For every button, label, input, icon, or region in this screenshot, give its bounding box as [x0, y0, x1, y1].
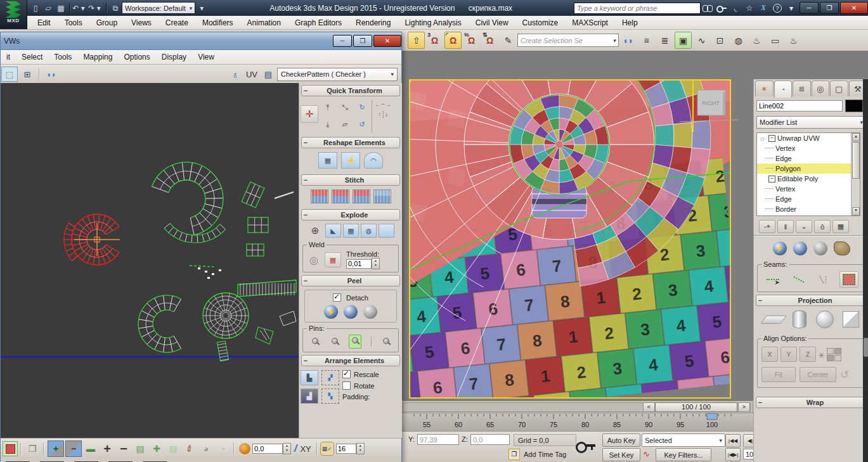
- peel-mode-icon[interactable]: [344, 305, 358, 319]
- render-setup-icon[interactable]: ♨: [748, 32, 765, 49]
- paint-brush-falloff-icon[interactable]: ◔: [215, 441, 230, 456]
- edge-limit-spinner[interactable]: ▲▼: [356, 443, 365, 454]
- uvw-menu-select[interactable]: Select: [16, 53, 48, 61]
- schematic-view-icon[interactable]: ⊡: [711, 32, 729, 49]
- flatten-by-group-icon[interactable]: ◣: [325, 224, 341, 238]
- falloff-linear-icon[interactable]: /: [294, 443, 297, 454]
- add-time-tag-label[interactable]: Add Time Tag: [524, 451, 566, 458]
- peel-mode-icon[interactable]: [793, 241, 807, 255]
- quick-peel-icon[interactable]: ⚡: [324, 305, 338, 319]
- reshape-elements-header[interactable]: −Reshape Elements: [301, 137, 400, 148]
- target-weld-icon[interactable]: ◎: [306, 252, 322, 267]
- menu-item-edit[interactable]: Edit: [30, 18, 58, 27]
- menu-item-modifiers[interactable]: Modifiers: [195, 18, 240, 27]
- tab-hierarchy[interactable]: ⧈: [793, 80, 811, 96]
- uvw-minimize-button[interactable]: ─: [333, 35, 352, 47]
- move-selected-icon[interactable]: ⊞: [19, 67, 36, 82]
- time-tag-icon[interactable]: ❒: [508, 449, 520, 460]
- communication-center-icon[interactable]: ◟: [729, 3, 742, 14]
- scroll-down-icon[interactable]: ▼: [852, 207, 860, 215]
- freeform-mode-icon[interactable]: ⬚: [1, 67, 18, 82]
- stack-row-edge[interactable]: Edge: [757, 194, 860, 204]
- planar-map-icon[interactable]: [760, 316, 787, 324]
- menu-item-maxscript[interactable]: MAXScript: [565, 18, 615, 27]
- workspace-dropdown[interactable]: Workspace: Default ▾: [122, 2, 195, 14]
- align-element-icon[interactable]: ▱: [337, 116, 353, 132]
- shrink-selection-icon[interactable]: −: [65, 440, 82, 457]
- stitch-target-icon[interactable]: [373, 189, 391, 203]
- material-editor-icon[interactable]: ◍: [730, 32, 747, 49]
- make-unique-icon[interactable]: ⌄: [796, 220, 812, 233]
- grow-selection-icon[interactable]: +: [48, 440, 64, 457]
- snap-toggle-icon[interactable]: 3Ω: [426, 32, 443, 49]
- rescale-checkbox[interactable]: [342, 370, 351, 378]
- menu-item-tools[interactable]: Tools: [58, 18, 89, 27]
- space-vertical-icon[interactable]: ↑┊↓: [374, 110, 392, 119]
- uvw-menu-tools[interactable]: Tools: [48, 53, 77, 61]
- graphite-ribbon-icon[interactable]: ▣: [675, 32, 692, 49]
- quick-peel-icon[interactable]: ⚡: [773, 241, 787, 255]
- soft-selection-falloff-icon[interactable]: [239, 443, 250, 454]
- stack-row-unwrap-uvw[interactable]: ☼−Unwrap UVW: [757, 133, 860, 143]
- box-map-icon[interactable]: [843, 311, 859, 328]
- center-button[interactable]: Center: [800, 367, 836, 382]
- cylindrical-map-icon[interactable]: [793, 311, 806, 328]
- selection-filter-dropdown[interactable]: Selected▾: [642, 433, 725, 447]
- align-icon[interactable]: ≡: [638, 32, 655, 49]
- menu-item-group[interactable]: Group: [89, 18, 124, 27]
- favorites-icon[interactable]: ☆: [742, 3, 756, 14]
- convert-seam-icon[interactable]: ╲┆: [815, 272, 832, 287]
- select-and-manipulate-icon[interactable]: ⇧: [408, 32, 425, 49]
- stack-row-polygon[interactable]: Polygon: [757, 164, 860, 174]
- limit-soft-selection-icon[interactable]: ▦✓: [320, 442, 334, 456]
- help-icon[interactable]: ?: [770, 3, 784, 14]
- curve-editor-icon[interactable]: ∿: [693, 32, 710, 49]
- reset-align-icon[interactable]: ↺: [840, 368, 849, 382]
- time-slider-track[interactable]: < 100 / 100 >: [403, 402, 751, 412]
- stack-scrollbar[interactable]: ▲ ▼: [851, 133, 860, 215]
- relax-until-flat-icon[interactable]: ⚡: [341, 152, 360, 169]
- rotate-cw-icon[interactable]: ↻: [354, 99, 370, 115]
- stitch-custom-icon[interactable]: [311, 189, 328, 203]
- align-to-view-icon[interactable]: ⚹: [819, 349, 824, 360]
- set-key-button[interactable]: Set Key: [602, 448, 640, 461]
- paint-select-icon[interactable]: ✐: [179, 438, 200, 459]
- align-pivot-icon[interactable]: ✛: [301, 105, 318, 123]
- modifier-list-dropdown[interactable]: Modifier List▾: [756, 116, 866, 129]
- pin-stack-icon[interactable]: -⌖: [759, 220, 775, 233]
- flatten-by-smoothing-icon[interactable]: ◍: [361, 224, 377, 238]
- uvw-menu-view[interactable]: View: [192, 53, 220, 61]
- close-button[interactable]: ✕: [840, 2, 868, 14]
- stitch-header[interactable]: −Stitch: [301, 174, 400, 186]
- pack-full-icon[interactable]: ▟: [301, 388, 318, 404]
- menu-item-rendering[interactable]: Rendering: [349, 18, 398, 27]
- key-step-toggle[interactable]: |◀▶|: [725, 448, 741, 461]
- point-to-point-seam-icon[interactable]: ➤: [764, 272, 783, 287]
- falloff-value-field[interactable]: [252, 444, 283, 454]
- paint-brush-size-icon[interactable]: ◕: [198, 441, 214, 456]
- render-production-icon[interactable]: ♨: [785, 32, 802, 49]
- uvw-close-button[interactable]: ✕: [373, 35, 401, 47]
- mirror-horizontal-icon[interactable]: ◖◗: [43, 67, 60, 82]
- peel-header[interactable]: −Peel: [301, 275, 400, 286]
- tab-display[interactable]: ▢: [830, 80, 848, 96]
- menu-item-customize[interactable]: Customize: [515, 18, 566, 27]
- pack-together-icon[interactable]: ▞: [321, 370, 339, 385]
- minimize-button[interactable]: ─: [800, 2, 819, 14]
- restore-button[interactable]: ❐: [820, 2, 839, 14]
- open-file-icon[interactable]: ▱: [42, 3, 55, 14]
- explode-header[interactable]: −Explode: [301, 209, 400, 221]
- linear-align-icon[interactable]: ⤡: [337, 99, 353, 115]
- best-align-icon[interactable]: [827, 348, 841, 361]
- previous-frame-button[interactable]: <: [643, 402, 655, 412]
- unpin-icon[interactable]: [330, 337, 340, 347]
- pack-normalize-icon[interactable]: ▙: [301, 370, 318, 385]
- edge-limit-field[interactable]: [336, 444, 356, 454]
- uvw-menu-it[interactable]: it: [1, 53, 16, 61]
- key-mode-toggle-icon[interactable]: ∿: [643, 449, 650, 459]
- projection-rollout-header[interactable]: −Projection: [756, 295, 867, 306]
- arrange-elements-header[interactable]: −Arrange Elements: [301, 355, 400, 366]
- uvw-menu-display[interactable]: Display: [156, 53, 192, 61]
- rendered-frame-icon[interactable]: ▭: [767, 32, 784, 49]
- align-z-button[interactable]: Z: [800, 347, 816, 362]
